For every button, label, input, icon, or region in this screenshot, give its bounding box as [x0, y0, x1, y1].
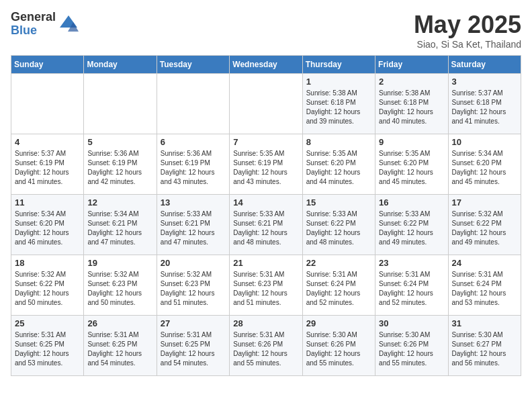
day-info: Sunrise: 5:31 AM Sunset: 6:25 PM Dayligh…	[15, 330, 80, 368]
calendar-cell	[230, 74, 302, 134]
day-number: 21	[233, 258, 298, 268]
day-number: 25	[15, 318, 80, 328]
day-info: Sunrise: 5:30 AM Sunset: 6:26 PM Dayligh…	[306, 330, 371, 368]
header-day-wednesday: Wednesday	[230, 56, 302, 74]
logo-blue-text: Blue	[11, 24, 56, 38]
day-number: 19	[87, 258, 152, 268]
calendar-cell: 14Sunrise: 5:33 AM Sunset: 6:21 PM Dayli…	[230, 195, 302, 255]
day-number: 11	[15, 197, 80, 208]
calendar-cell: 16Sunrise: 5:33 AM Sunset: 6:22 PM Dayli…	[375, 195, 448, 255]
day-info: Sunrise: 5:32 AM Sunset: 6:23 PM Dayligh…	[161, 270, 226, 308]
calendar-cell: 8Sunrise: 5:35 AM Sunset: 6:20 PM Daylig…	[302, 134, 375, 195]
calendar-cell: 18Sunrise: 5:32 AM Sunset: 6:22 PM Dayli…	[11, 255, 84, 316]
calendar-cell: 22Sunrise: 5:31 AM Sunset: 6:24 PM Dayli…	[302, 255, 375, 316]
calendar-cell: 31Sunrise: 5:30 AM Sunset: 6:27 PM Dayli…	[448, 316, 521, 376]
calendar-cell: 28Sunrise: 5:31 AM Sunset: 6:26 PM Dayli…	[230, 316, 302, 376]
day-info: Sunrise: 5:33 AM Sunset: 6:21 PM Dayligh…	[161, 210, 226, 247]
calendar-cell: 6Sunrise: 5:36 AM Sunset: 6:19 PM Daylig…	[157, 134, 229, 195]
day-number: 28	[233, 318, 298, 328]
day-info: Sunrise: 5:38 AM Sunset: 6:18 PM Dayligh…	[306, 89, 371, 126]
day-info: Sunrise: 5:38 AM Sunset: 6:18 PM Dayligh…	[379, 89, 444, 126]
day-number: 18	[15, 258, 80, 268]
day-info: Sunrise: 5:35 AM Sunset: 6:19 PM Dayligh…	[233, 149, 298, 187]
calendar-cell: 3Sunrise: 5:37 AM Sunset: 6:18 PM Daylig…	[448, 74, 521, 134]
day-number: 4	[15, 137, 80, 147]
day-number: 13	[161, 197, 226, 208]
calendar-cell: 25Sunrise: 5:31 AM Sunset: 6:25 PM Dayli…	[11, 316, 84, 376]
calendar-cell: 13Sunrise: 5:33 AM Sunset: 6:21 PM Dayli…	[157, 195, 229, 255]
day-number: 16	[379, 197, 444, 208]
calendar-body: 1Sunrise: 5:38 AM Sunset: 6:18 PM Daylig…	[11, 74, 521, 376]
calendar-cell: 19Sunrise: 5:32 AM Sunset: 6:23 PM Dayli…	[84, 255, 157, 316]
calendar-cell: 12Sunrise: 5:34 AM Sunset: 6:21 PM Dayli…	[84, 195, 157, 255]
calendar-cell: 10Sunrise: 5:34 AM Sunset: 6:20 PM Dayli…	[448, 134, 521, 195]
calendar-cell: 24Sunrise: 5:31 AM Sunset: 6:24 PM Dayli…	[448, 255, 521, 316]
day-info: Sunrise: 5:32 AM Sunset: 6:23 PM Dayligh…	[87, 270, 152, 308]
week-row-3: 18Sunrise: 5:32 AM Sunset: 6:22 PM Dayli…	[11, 255, 521, 316]
calendar-cell: 27Sunrise: 5:31 AM Sunset: 6:25 PM Dayli…	[157, 316, 229, 376]
day-number: 29	[306, 318, 371, 328]
page-header: General Blue May 2025 Siao, Si Sa Ket, T…	[11, 11, 521, 50]
day-info: Sunrise: 5:31 AM Sunset: 6:24 PM Dayligh…	[306, 270, 371, 308]
calendar-cell	[157, 74, 229, 134]
day-info: Sunrise: 5:36 AM Sunset: 6:19 PM Dayligh…	[161, 149, 226, 187]
header-day-saturday: Saturday	[448, 56, 521, 74]
day-number: 23	[379, 258, 444, 268]
day-info: Sunrise: 5:31 AM Sunset: 6:24 PM Dayligh…	[452, 270, 517, 308]
day-info: Sunrise: 5:33 AM Sunset: 6:22 PM Dayligh…	[379, 210, 444, 247]
day-info: Sunrise: 5:34 AM Sunset: 6:20 PM Dayligh…	[452, 149, 517, 187]
week-row-1: 4Sunrise: 5:37 AM Sunset: 6:19 PM Daylig…	[11, 134, 521, 195]
day-info: Sunrise: 5:34 AM Sunset: 6:20 PM Dayligh…	[15, 210, 80, 247]
day-number: 30	[379, 318, 444, 328]
calendar-cell: 7Sunrise: 5:35 AM Sunset: 6:19 PM Daylig…	[230, 134, 302, 195]
header-day-friday: Friday	[375, 56, 448, 74]
day-number: 17	[452, 197, 517, 208]
calendar-cell: 9Sunrise: 5:35 AM Sunset: 6:20 PM Daylig…	[375, 134, 448, 195]
calendar-cell: 21Sunrise: 5:31 AM Sunset: 6:23 PM Dayli…	[230, 255, 302, 316]
day-info: Sunrise: 5:30 AM Sunset: 6:27 PM Dayligh…	[452, 330, 517, 368]
calendar-cell: 17Sunrise: 5:32 AM Sunset: 6:22 PM Dayli…	[448, 195, 521, 255]
day-info: Sunrise: 5:31 AM Sunset: 6:25 PM Dayligh…	[161, 330, 226, 368]
day-number: 31	[452, 318, 517, 328]
day-info: Sunrise: 5:30 AM Sunset: 6:26 PM Dayligh…	[379, 330, 444, 368]
calendar-cell: 15Sunrise: 5:33 AM Sunset: 6:22 PM Dayli…	[302, 195, 375, 255]
day-info: Sunrise: 5:33 AM Sunset: 6:22 PM Dayligh…	[306, 210, 371, 247]
header-day-sunday: Sunday	[11, 56, 84, 74]
calendar-cell: 29Sunrise: 5:30 AM Sunset: 6:26 PM Dayli…	[302, 316, 375, 376]
day-info: Sunrise: 5:36 AM Sunset: 6:19 PM Dayligh…	[87, 149, 152, 187]
calendar-cell: 1Sunrise: 5:38 AM Sunset: 6:18 PM Daylig…	[302, 74, 375, 134]
day-number: 14	[233, 197, 298, 208]
logo-icon	[58, 14, 79, 34]
day-info: Sunrise: 5:37 AM Sunset: 6:18 PM Dayligh…	[452, 89, 517, 126]
calendar-cell: 2Sunrise: 5:38 AM Sunset: 6:18 PM Daylig…	[375, 74, 448, 134]
calendar-table: SundayMondayTuesdayWednesdayThursdayFrid…	[11, 55, 521, 376]
calendar-cell: 11Sunrise: 5:34 AM Sunset: 6:20 PM Dayli…	[11, 195, 84, 255]
day-number: 22	[306, 258, 371, 268]
main-title: May 2025	[414, 11, 521, 39]
calendar-cell	[11, 74, 84, 134]
day-info: Sunrise: 5:32 AM Sunset: 6:22 PM Dayligh…	[452, 210, 517, 247]
day-number: 1	[306, 77, 371, 87]
day-number: 2	[379, 77, 444, 87]
day-info: Sunrise: 5:35 AM Sunset: 6:20 PM Dayligh…	[379, 149, 444, 187]
calendar-cell	[84, 74, 157, 134]
week-row-4: 25Sunrise: 5:31 AM Sunset: 6:25 PM Dayli…	[11, 316, 521, 376]
day-number: 9	[379, 137, 444, 147]
day-info: Sunrise: 5:31 AM Sunset: 6:26 PM Dayligh…	[233, 330, 298, 368]
subtitle: Siao, Si Sa Ket, Thailand	[414, 39, 521, 50]
day-info: Sunrise: 5:32 AM Sunset: 6:22 PM Dayligh…	[15, 270, 80, 308]
day-number: 20	[161, 258, 226, 268]
header-day-tuesday: Tuesday	[157, 56, 229, 74]
week-row-0: 1Sunrise: 5:38 AM Sunset: 6:18 PM Daylig…	[11, 74, 521, 134]
logo: General Blue	[11, 11, 79, 38]
day-number: 7	[233, 137, 298, 147]
title-block: May 2025 Siao, Si Sa Ket, Thailand	[414, 11, 521, 50]
day-number: 12	[87, 197, 152, 208]
day-number: 5	[87, 137, 152, 147]
day-info: Sunrise: 5:35 AM Sunset: 6:20 PM Dayligh…	[306, 149, 371, 187]
day-info: Sunrise: 5:33 AM Sunset: 6:21 PM Dayligh…	[233, 210, 298, 247]
day-number: 27	[161, 318, 226, 328]
day-number: 26	[87, 318, 152, 328]
day-info: Sunrise: 5:34 AM Sunset: 6:21 PM Dayligh…	[87, 210, 152, 247]
week-row-2: 11Sunrise: 5:34 AM Sunset: 6:20 PM Dayli…	[11, 195, 521, 255]
